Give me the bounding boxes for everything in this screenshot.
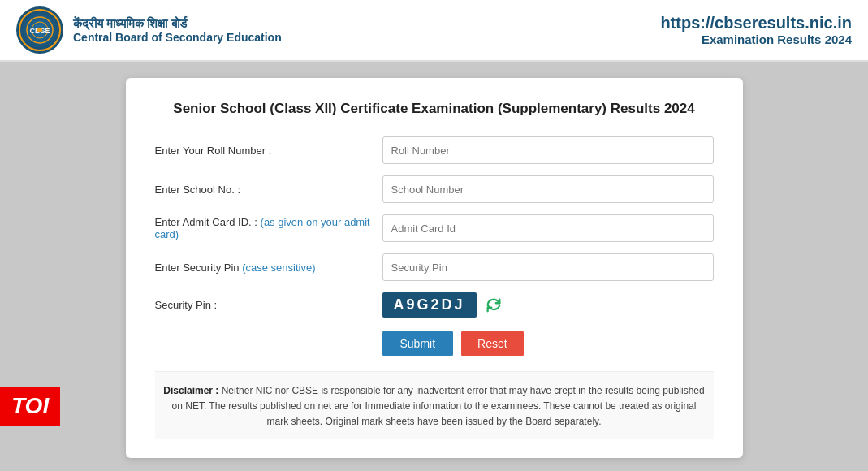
reset-button[interactable]: Reset bbox=[461, 331, 524, 356]
security-pin-row: Enter Security Pin (case sensitive) bbox=[155, 253, 714, 281]
refresh-captcha-button[interactable] bbox=[483, 295, 504, 316]
disclaimer-prefix: Disclaimer : bbox=[163, 385, 218, 396]
school-no-input[interactable] bbox=[382, 175, 714, 203]
roll-number-label: Enter Your Roll Number : bbox=[155, 145, 382, 157]
roll-number-input[interactable] bbox=[382, 136, 714, 164]
admit-card-row: Enter Admit Card ID. : (as given on your… bbox=[155, 214, 714, 242]
site-url: https://cbseresults.nic.in bbox=[660, 14, 852, 32]
disclaimer: Disclaimer : Neither NIC nor CBSE is res… bbox=[155, 371, 714, 439]
header-right: https://cbseresults.nic.in Examination R… bbox=[660, 14, 852, 46]
buttons-row: Submit Reset bbox=[155, 331, 714, 356]
logo-emblem: CBSE bbox=[25, 15, 54, 45]
captcha-label: Security Pin : bbox=[155, 299, 382, 311]
org-text: केंद्रीय माध्यमिक शिक्षा बोर्ड Central B… bbox=[73, 16, 282, 44]
disclaimer-text: Neither NIC nor CBSE is responsible for … bbox=[172, 385, 705, 427]
logo-inner: CBSE bbox=[19, 9, 61, 51]
captcha-image: A9G2DJ bbox=[382, 292, 477, 318]
school-no-label: Enter School No. : bbox=[155, 184, 382, 196]
security-pin-input[interactable] bbox=[382, 253, 714, 281]
refresh-icon bbox=[485, 296, 503, 314]
toi-badge: TOI bbox=[0, 387, 60, 426]
header: CBSE केंद्रीय माध्यमिक शिक्षा बोर्ड Cent… bbox=[0, 0, 868, 62]
main-content: TOI Senior School (Class XII) Certificat… bbox=[0, 62, 868, 471]
security-pin-label-sub: (case sensitive) bbox=[242, 261, 315, 274]
exam-year: Examination Results 2024 bbox=[660, 32, 852, 46]
admit-card-label: Enter Admit Card ID. : (as given on your… bbox=[155, 216, 382, 240]
admit-card-input[interactable] bbox=[382, 214, 714, 242]
submit-button[interactable]: Submit bbox=[382, 331, 454, 356]
security-pin-label: Enter Security Pin (case sensitive) bbox=[155, 261, 382, 274]
form-card: Senior School (Class XII) Certificate Ex… bbox=[126, 78, 743, 458]
captcha-row: Security Pin : A9G2DJ bbox=[155, 292, 714, 318]
roll-number-row: Enter Your Roll Number : bbox=[155, 136, 714, 164]
header-left: CBSE केंद्रीय माध्यमिक शिक्षा बोर्ड Cent… bbox=[16, 6, 282, 54]
form-title: Senior School (Class XII) Certificate Ex… bbox=[155, 101, 714, 117]
org-name-en: Central Board of Secondary Education bbox=[73, 31, 282, 44]
svg-point-3 bbox=[37, 28, 42, 32]
org-name-hindi: केंद्रीय माध्यमिक शिक्षा बोर्ड bbox=[73, 16, 282, 31]
school-no-row: Enter School No. : bbox=[155, 175, 714, 203]
cbse-logo: CBSE bbox=[16, 6, 63, 54]
